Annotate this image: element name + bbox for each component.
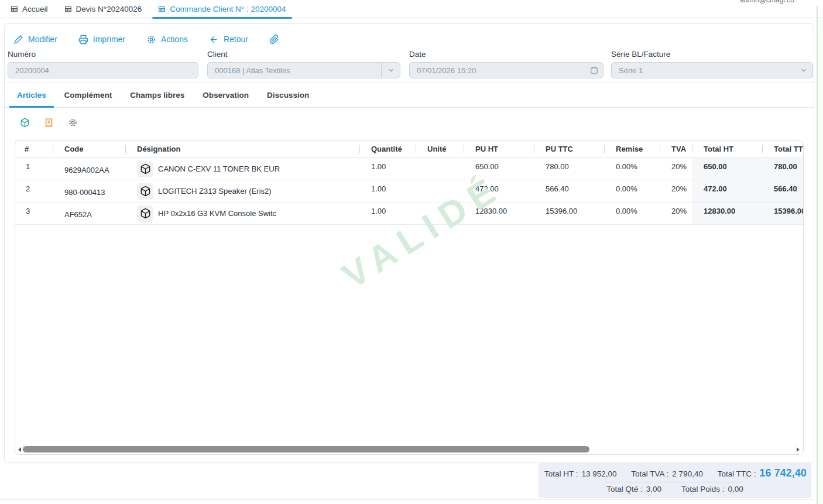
numero-field-group: Numéro 20200004 <box>8 50 198 78</box>
actions-label: Actions <box>161 35 188 44</box>
print-button[interactable]: Imprimer <box>78 35 125 44</box>
row-total-ht: 650.00 <box>692 158 762 180</box>
total-qte-value: 3,00 <box>646 485 661 493</box>
row-total-ht: 12830.00 <box>692 203 762 224</box>
row-remise: 0.00% <box>604 180 660 202</box>
table-row[interactable]: 3 AF652A HP 0x2x16 G3 KVM Console Switc … <box>15 203 803 225</box>
attachment-button[interactable] <box>269 35 279 44</box>
row-total-ttc: 566.40 <box>762 180 803 202</box>
row-unite <box>416 158 464 180</box>
cube-icon <box>137 161 153 177</box>
row-remise: 0.00% <box>604 158 660 180</box>
arrow-left-icon <box>209 35 219 44</box>
col-header-remise[interactable]: Remise <box>604 140 660 157</box>
col-header-quantite[interactable]: Quantité <box>359 140 416 157</box>
col-header-tva[interactable]: TVA <box>660 140 692 157</box>
side-panel-edge <box>817 6 818 504</box>
serie-label: Série BL/Facture <box>611 50 813 59</box>
col-header-code[interactable]: Code <box>53 140 125 157</box>
tab-discussion[interactable]: Discussion <box>259 83 317 107</box>
row-total-ttc: 15396.00 <box>762 203 803 224</box>
row-pu-ht: 12830.00 <box>464 203 534 224</box>
modify-button[interactable]: Modifier <box>13 35 57 44</box>
col-header-total-ttc[interactable]: Total TTC <box>762 140 803 157</box>
total-poids-value: 0,00 <box>728 485 743 493</box>
chevron-down-icon <box>387 66 395 74</box>
row-pu-ht: 650.00 <box>464 158 534 180</box>
row-total-ht: 472.00 <box>692 180 762 202</box>
numero-input[interactable]: 20200004 <box>8 62 198 78</box>
doc-tab-label: Commande Client N° : 20200004 <box>170 5 286 13</box>
doc-tab-commande-client[interactable]: Commande Client N° : 20200004 <box>152 0 292 18</box>
row-tva: 20% <box>660 180 692 202</box>
back-button[interactable]: Retour <box>209 35 248 44</box>
row-num: 1 <box>15 158 53 180</box>
totals-panel: Total HT : 13 952,00 Total TVA : 2 790,4… <box>539 463 811 498</box>
row-quantite: 1.00 <box>359 203 416 224</box>
col-header-designation[interactable]: Désignation <box>125 140 359 157</box>
scrollbar-thumb[interactable] <box>23 446 589 452</box>
toolbar: Modifier Imprimer Actions Retour <box>5 29 279 50</box>
doc-tab-devis[interactable]: Devis N°20240026 <box>59 0 148 18</box>
total-poids: Total Poids : 0,00 <box>681 485 743 493</box>
divider <box>0 499 814 500</box>
row-pu-ttc: 15396.00 <box>534 203 604 224</box>
calendar-icon <box>585 66 603 74</box>
row-quantite: 1.00 <box>359 180 416 202</box>
table-row[interactable]: 1 9629A002AA CANON C-EXV 11 TONER BK EUR… <box>15 158 803 180</box>
totals-row-2: Total Qté : 3,00 Total Poids : 0,00 <box>539 482 811 493</box>
total-ht: Total HT : 13 952,00 <box>544 469 617 478</box>
col-header-total-ht[interactable]: Total HT <box>692 140 762 157</box>
tab-articles[interactable]: Articles <box>9 83 54 107</box>
col-header-unite[interactable]: Unité <box>416 140 464 157</box>
row-code: 9629A002AA <box>53 158 125 180</box>
serie-field-group: Série BL/Facture Série 1 <box>611 50 813 78</box>
row-pu-ttc: 566.40 <box>534 180 604 202</box>
grid-icon <box>64 5 72 13</box>
scroll-left-arrow[interactable] <box>18 447 21 452</box>
row-unite <box>416 180 464 202</box>
document-tab-bar: Accueil Devis N°20240026 Commande Client… <box>0 0 823 18</box>
print-label: Imprimer <box>93 35 125 44</box>
chevron-down-icon <box>795 66 812 74</box>
row-unite <box>416 203 464 224</box>
row-designation: HP 0x2x16 G3 KVM Console Switc <box>125 203 359 224</box>
tab-champs-libres[interactable]: Champs libres <box>122 83 192 107</box>
client-select[interactable]: 000168 | Atlas Textiles <box>207 62 400 78</box>
doc-tab-accueil[interactable]: Accueil <box>5 0 54 18</box>
col-header-pu-ttc[interactable]: PU TTC <box>534 140 604 157</box>
printer-icon <box>78 35 88 44</box>
table-row[interactable]: 2 980-000413 LOGITECH Z313 Speaker (Eris… <box>15 180 803 203</box>
grid-icon <box>11 5 18 13</box>
col-header-pu-ht[interactable]: PU HT <box>464 140 534 157</box>
row-pu-ht: 472.00 <box>464 180 534 202</box>
paperclip-icon <box>269 35 279 44</box>
total-ttc-value: 16 742,40 <box>759 467 807 479</box>
doc-tab-label: Accueil <box>22 5 48 13</box>
client-value: 000168 | Atlas Textiles <box>215 66 381 75</box>
tab-observation[interactable]: Observation <box>195 83 256 107</box>
row-num: 2 <box>15 180 53 202</box>
row-designation: LOGITECH Z313 Speaker (Eris2) <box>125 180 359 202</box>
scroll-right-arrow[interactable] <box>797 447 800 452</box>
date-value: 07/01/2026 15:20 <box>417 66 585 75</box>
actions-button[interactable]: Actions <box>146 35 188 44</box>
table-action-bar <box>20 118 78 128</box>
gear-icon <box>146 35 156 44</box>
date-label: Date <box>409 50 603 59</box>
serie-select[interactable]: Série 1 <box>611 62 813 78</box>
totals-row-1: Total HT : 13 952,00 Total TVA : 2 790,4… <box>539 463 811 479</box>
client-label: Client <box>207 50 400 59</box>
tab-complement[interactable]: Complément <box>57 83 120 107</box>
product-cube-button[interactable] <box>20 118 30 128</box>
row-tva: 20% <box>660 203 692 224</box>
pencil-icon <box>13 35 23 44</box>
receipt-button[interactable] <box>44 118 54 128</box>
date-input[interactable]: 07/01/2026 15:20 <box>409 62 603 78</box>
client-dropdown-button[interactable] <box>381 63 400 78</box>
col-header-num[interactable]: # <box>15 140 53 157</box>
total-ht-value: 13 952,00 <box>582 469 617 478</box>
horizontal-scrollbar <box>15 445 803 454</box>
row-num: 3 <box>15 203 53 224</box>
settings-button[interactable] <box>68 118 78 128</box>
